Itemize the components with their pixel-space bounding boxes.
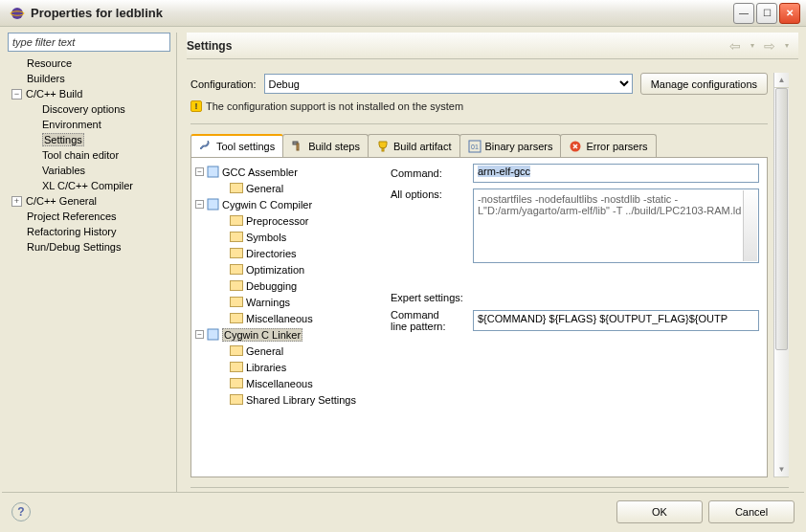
folder-icon bbox=[230, 264, 243, 275]
nav-settings[interactable]: Settings bbox=[8, 132, 170, 147]
configuration-select[interactable]: Debug bbox=[264, 74, 633, 94]
forward-icon[interactable]: ⇨ bbox=[764, 38, 775, 54]
leaf-directories[interactable]: Directories bbox=[195, 245, 379, 261]
scroll-down-icon[interactable]: ▼ bbox=[774, 462, 789, 477]
all-options-label: All options: bbox=[391, 188, 465, 200]
folder-icon bbox=[230, 313, 243, 323]
hammer-icon bbox=[291, 140, 304, 153]
leaf-miscellaneous-cc[interactable]: Miscellaneous bbox=[195, 310, 379, 326]
configuration-label: Configuration: bbox=[190, 78, 257, 90]
folder-icon bbox=[230, 378, 243, 388]
minimize-button[interactable]: — bbox=[733, 3, 754, 24]
titlebar: Properties for ledblink — ☐ ✕ bbox=[0, 0, 806, 27]
command-label: Command: bbox=[391, 167, 465, 179]
binary-icon: 01 bbox=[468, 140, 481, 153]
leaf-warnings[interactable]: Warnings bbox=[195, 294, 379, 310]
tab-error-parsers[interactable]: Error parsers bbox=[560, 134, 656, 157]
scroll-thumb[interactable] bbox=[775, 88, 788, 350]
window-title: Properties for ledblink bbox=[31, 6, 733, 20]
folder-icon bbox=[230, 183, 243, 193]
maximize-button[interactable]: ☐ bbox=[756, 3, 777, 24]
leaf-shared-library[interactable]: Shared Library Settings bbox=[195, 391, 379, 408]
collapse-icon[interactable]: − bbox=[195, 167, 204, 176]
tab-tool-settings[interactable]: Tool settings bbox=[190, 134, 283, 157]
nav-tree: Resource Builders −C/C++ Build Discovery… bbox=[8, 52, 170, 492]
forward-menu-icon[interactable]: ▾ bbox=[785, 41, 789, 50]
nav-rundebug[interactable]: Run/Debug Settings bbox=[8, 239, 170, 255]
nav-resource[interactable]: Resource bbox=[8, 55, 170, 71]
node-cygwin-c-linker[interactable]: −Cygwin C Linker bbox=[195, 326, 379, 343]
leaf-miscellaneous-link[interactable]: Miscellaneous bbox=[195, 375, 379, 391]
folder-icon bbox=[230, 394, 243, 405]
folder-icon bbox=[230, 215, 243, 226]
manage-configurations-button[interactable]: Manage configurations bbox=[640, 73, 768, 95]
panel-title: Settings bbox=[187, 39, 729, 53]
close-button[interactable]: ✕ bbox=[779, 3, 800, 24]
svg-rect-9 bbox=[208, 199, 218, 210]
svg-rect-3 bbox=[297, 144, 299, 150]
tab-binary-parsers[interactable]: 01 Binary parsers bbox=[459, 134, 562, 157]
warning-icon: ! bbox=[190, 100, 202, 112]
all-options-textarea[interactable]: -nostartfiles -nodefaultlibs -nostdlib -… bbox=[473, 188, 759, 263]
folder-icon bbox=[230, 280, 243, 291]
tab-build-artifact[interactable]: Build artifact bbox=[368, 134, 460, 157]
leaf-optimization[interactable]: Optimization bbox=[195, 261, 379, 277]
scroll-up-icon[interactable]: ▲ bbox=[774, 73, 789, 88]
error-icon bbox=[569, 140, 582, 153]
nav-toolchain[interactable]: Tool chain editor bbox=[8, 147, 170, 163]
collapse-icon[interactable]: − bbox=[11, 89, 22, 100]
svg-point-0 bbox=[11, 8, 23, 19]
nav-builders[interactable]: Builders bbox=[8, 71, 170, 86]
nav-ccbuild[interactable]: −C/C++ Build bbox=[8, 86, 170, 101]
tab-build-steps[interactable]: Build steps bbox=[282, 134, 369, 157]
node-gcc-assembler[interactable]: −GCC Assembler bbox=[195, 164, 379, 180]
ok-button[interactable]: OK bbox=[616, 500, 703, 523]
folder-icon bbox=[230, 345, 243, 356]
vertical-scrollbar[interactable]: ▲ ▼ bbox=[773, 73, 789, 477]
back-icon[interactable]: ⇦ bbox=[729, 38, 741, 54]
nav-refactoring[interactable]: Refactoring History bbox=[8, 224, 170, 239]
nav-projectrefs[interactable]: Project References bbox=[8, 209, 170, 224]
leaf-libraries[interactable]: Libraries bbox=[195, 359, 379, 375]
collapse-icon[interactable]: − bbox=[195, 330, 204, 339]
svg-text:01: 01 bbox=[471, 144, 479, 150]
filter-input[interactable] bbox=[8, 33, 170, 52]
leaf-general-asm[interactable]: General bbox=[195, 180, 379, 196]
node-cygwin-c-compiler[interactable]: −Cygwin C Compiler bbox=[195, 196, 379, 212]
leaf-general-link[interactable]: General bbox=[195, 343, 379, 359]
leaf-debugging[interactable]: Debugging bbox=[195, 277, 379, 294]
tab-bar: Tool settings Build steps Build artifact… bbox=[190, 134, 768, 158]
svg-rect-10 bbox=[208, 329, 218, 340]
wrench-icon bbox=[199, 140, 213, 153]
folder-icon bbox=[230, 297, 243, 307]
nav-environment[interactable]: Environment bbox=[8, 117, 170, 132]
eclipse-icon bbox=[10, 6, 25, 21]
leaf-symbols[interactable]: Symbols bbox=[195, 229, 379, 245]
tool-icon bbox=[207, 166, 219, 178]
expand-icon[interactable]: + bbox=[11, 196, 22, 207]
collapse-icon[interactable]: − bbox=[195, 200, 204, 209]
back-menu-icon[interactable]: ▾ bbox=[750, 41, 754, 50]
bottom-bar: ? OK Cancel bbox=[2, 492, 804, 530]
trophy-icon bbox=[376, 140, 390, 153]
nav-ccgeneral[interactable]: +C/C++ General bbox=[8, 193, 170, 209]
nav-discovery[interactable]: Discovery options bbox=[8, 101, 170, 117]
tool-icon bbox=[207, 328, 219, 341]
warning-row: ! The configuration support is not insta… bbox=[190, 100, 768, 112]
tool-tree: −GCC Assembler General −Cygwin C Compile… bbox=[191, 158, 383, 477]
nav-xlcompiler[interactable]: XL C/C++ Compiler bbox=[8, 178, 170, 193]
nav-variables[interactable]: Variables bbox=[8, 163, 170, 178]
folder-icon bbox=[230, 362, 243, 372]
command-line-pattern-input[interactable]: ${COMMAND} ${FLAGS} ${OUTPUT_FLAG}${OUTP bbox=[473, 310, 759, 331]
folder-icon bbox=[230, 232, 243, 242]
expert-settings-label: Expert settings: bbox=[391, 292, 759, 303]
scroll-track[interactable] bbox=[774, 88, 789, 462]
warning-text: The configuration support is not install… bbox=[206, 100, 463, 112]
command-input[interactable]: arm-elf-gcc bbox=[473, 164, 759, 183]
panel-header: Settings ⇦▾ ⇨▾ bbox=[187, 33, 798, 59]
leaf-preprocessor[interactable]: Preprocessor bbox=[195, 212, 379, 229]
help-icon[interactable]: ? bbox=[11, 502, 31, 521]
svg-rect-4 bbox=[382, 148, 384, 151]
folder-icon bbox=[230, 248, 243, 258]
cancel-button[interactable]: Cancel bbox=[708, 500, 795, 523]
